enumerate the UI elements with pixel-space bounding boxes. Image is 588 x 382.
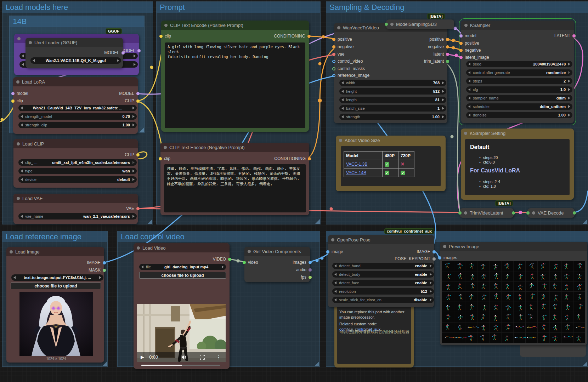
- node-get-video-components[interactable]: Get Video Components video images audio …: [244, 247, 310, 282]
- node-ksampler-setting[interactable]: KSampler Setting Default steps:20 cfg:6.…: [461, 129, 574, 200]
- image-file-combo[interactable]: text-to-image-output-FYC6sU1kLj. ...: [11, 274, 103, 281]
- prev-arrow[interactable]: [468, 71, 470, 74]
- prev-arrow[interactable]: [21, 107, 23, 109]
- prev-arrow[interactable]: [341, 98, 344, 101]
- collapsed-input-dot[interactable]: [526, 211, 530, 215]
- collapse-dot[interactable]: [137, 246, 140, 250]
- group-resize-handle[interactable]: [583, 361, 587, 366]
- images-input-port[interactable]: [438, 256, 441, 260]
- strength-model-widget[interactable]: strength_model0.70: [18, 113, 137, 120]
- collapse-dot[interactable]: [443, 245, 446, 248]
- strength-widget[interactable]: strength1.00: [339, 114, 446, 120]
- positive-input-port[interactable]: [332, 38, 335, 41]
- device-widget[interactable]: devicedefault: [18, 176, 137, 183]
- node-load-lora[interactable]: Load LoRA model clip MODEL CLIP Wan21_Ca…: [13, 77, 138, 134]
- next-arrow[interactable]: [430, 273, 432, 276]
- collapsed-input-dot[interactable]: [458, 211, 462, 215]
- prev-arrow[interactable]: [468, 63, 470, 65]
- next-arrow[interactable]: [442, 98, 444, 101]
- video-input-port[interactable]: [243, 261, 246, 264]
- collapse-dot[interactable]: [331, 238, 334, 241]
- next-arrow[interactable]: [442, 107, 444, 110]
- next-arrow[interactable]: [134, 55, 136, 57]
- reference-image-thumbnail[interactable]: [19, 292, 93, 356]
- collapsed-input-dot[interactable]: [385, 23, 388, 26]
- clip-input-port[interactable]: [159, 157, 162, 160]
- negative-input-port[interactable]: [459, 49, 463, 52]
- negative-prompt-textarea[interactable]: 过曝, 静态, 细节模糊不清, 字幕, 风格, 作品, 画作, 画面, 静止, …: [164, 164, 306, 212]
- negative-input-port[interactable]: [332, 45, 335, 49]
- clip-name-combo[interactable]: clip_ ...umt5_xxl_fp8_e4m3fn_scaled.safe…: [18, 159, 137, 166]
- collapse-dot[interactable]: [464, 24, 468, 27]
- next-arrow[interactable]: [132, 124, 135, 126]
- collapse-dot[interactable]: [339, 139, 342, 142]
- negative-output-port[interactable]: [446, 45, 449, 49]
- scheduler-widget[interactable]: schedulerddim_uniform: [466, 103, 572, 110]
- node-graph-canvas[interactable]: Load models here 14B Prompt Sampling & D…: [0, 0, 588, 382]
- next-arrow[interactable]: [442, 90, 444, 93]
- mask-output-port[interactable]: [103, 269, 106, 272]
- next-arrow[interactable]: [430, 281, 432, 284]
- next-arrow[interactable]: [568, 88, 570, 91]
- prev-arrow[interactable]: [21, 215, 23, 218]
- prev-arrow[interactable]: [468, 105, 470, 108]
- height-widget[interactable]: height512: [339, 88, 446, 95]
- cfg-widget[interactable]: cfg1.0: [466, 86, 572, 93]
- prev-arrow[interactable]: [341, 115, 344, 118]
- volume-icon[interactable]: [181, 355, 187, 360]
- choose-file-button[interactable]: choose file to upload: [139, 272, 226, 279]
- model-output-port[interactable]: [121, 51, 125, 55]
- clip-input-port[interactable]: [11, 99, 15, 103]
- video-seek-bar[interactable]: [141, 365, 220, 366]
- image-input-port[interactable]: [326, 250, 329, 253]
- control-video-input-port[interactable]: [332, 60, 335, 63]
- fullscreen-icon[interactable]: [200, 355, 205, 360]
- latent-image-input-port[interactable]: [459, 56, 463, 59]
- next-arrow[interactable]: [568, 114, 570, 116]
- prev-arrow[interactable]: [33, 59, 35, 62]
- node-modelsamplingsd3[interactable]: ModelSamplingSD3: [386, 19, 454, 29]
- video-output-port[interactable]: [228, 258, 231, 261]
- next-arrow[interactable]: [430, 298, 432, 301]
- vae-input-port[interactable]: [332, 53, 335, 56]
- collapse-dot[interactable]: [390, 23, 394, 26]
- denoise-widget[interactable]: denoise1.00: [466, 112, 572, 118]
- node-ksampler[interactable]: KSampler model positive negative latent_…: [461, 21, 574, 123]
- collapse-dot[interactable]: [16, 80, 19, 84]
- next-arrow[interactable]: [99, 276, 101, 279]
- prev-arrow[interactable]: [21, 161, 23, 164]
- next-arrow[interactable]: [442, 81, 444, 84]
- seed-widget[interactable]: seed200400193412478: [466, 61, 572, 67]
- prev-arrow[interactable]: [334, 281, 337, 284]
- vae-name-combo[interactable]: vae_namewan_2.1_vae.safetensors: [18, 213, 137, 219]
- vace-14b-link[interactable]: VACE-14B: [346, 170, 366, 175]
- batch-size-widget[interactable]: batch_size1: [339, 105, 446, 112]
- control-after-generate-widget[interactable]: control after generaterandomize: [466, 69, 572, 76]
- next-arrow[interactable]: [134, 63, 136, 66]
- clip-input-port[interactable]: [159, 35, 163, 38]
- length-widget[interactable]: length81: [339, 97, 446, 103]
- prev-arrow[interactable]: [334, 273, 337, 276]
- collapsed-output-dot[interactable]: [512, 211, 515, 215]
- prev-arrow[interactable]: [468, 114, 470, 116]
- collapse-dot[interactable]: [164, 24, 168, 27]
- collapse-dot[interactable]: [248, 250, 251, 253]
- model-output-port[interactable]: [136, 92, 140, 95]
- conditioning-output-port[interactable]: [308, 157, 311, 160]
- pose-keypoint-output-port[interactable]: [432, 257, 436, 261]
- prev-arrow[interactable]: [468, 80, 470, 82]
- prev-arrow[interactable]: [341, 90, 344, 93]
- prev-arrow[interactable]: [22, 63, 24, 66]
- collapse-dot[interactable]: [164, 146, 167, 149]
- scale-stick-widget[interactable]: scale_stick_for_xinsr_cndisable: [332, 297, 434, 303]
- video-file-combo[interactable]: filegirl_dancing_input.mp4: [139, 264, 226, 270]
- collapse-dot[interactable]: [29, 41, 32, 44]
- image-output-port[interactable]: [432, 250, 436, 253]
- prev-arrow[interactable]: [21, 124, 23, 126]
- positive-output-port[interactable]: [446, 38, 449, 41]
- strength-clip-widget[interactable]: strength_clip1.00: [18, 122, 137, 128]
- collapse-dot[interactable]: [17, 197, 20, 200]
- node-preview-image[interactable]: Preview Image images: [440, 242, 587, 345]
- resolution-widget[interactable]: resolution512: [332, 288, 434, 295]
- collapse-dot[interactable]: [464, 132, 467, 135]
